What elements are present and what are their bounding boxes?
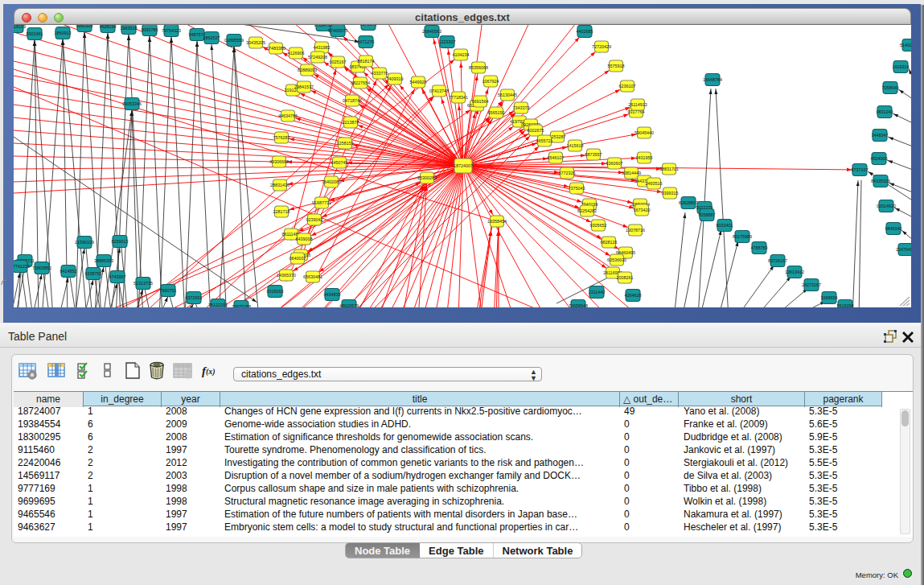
svg-text:07413748: 07413748 [429, 89, 449, 93]
svg-text:4431982: 4431982 [314, 45, 331, 50]
svg-text:7576283: 7576283 [273, 135, 290, 140]
svg-text:38831701: 38831701 [659, 167, 679, 171]
svg-text:93814449: 93814449 [622, 171, 641, 175]
svg-text:6338750: 6338750 [85, 271, 102, 276]
svg-text:38885393: 38885393 [94, 258, 113, 263]
svg-text:9960308: 9960308 [76, 25, 93, 28]
svg-text:4743957: 4743957 [109, 274, 126, 279]
svg-text:82254282: 82254282 [577, 208, 597, 213]
svg-text:77718341: 77718341 [449, 95, 468, 100]
svg-text:4402685: 4402685 [577, 29, 593, 34]
svg-text:9093786: 9093786 [142, 27, 158, 32]
svg-text:7375043: 7375043 [569, 186, 585, 191]
svg-text:1223307: 1223307 [439, 39, 456, 44]
svg-text:3448347: 3448347 [872, 133, 889, 138]
svg-text:1673420: 1673420 [634, 208, 651, 212]
svg-text:4333776: 4333776 [372, 71, 388, 76]
svg-text:0239042: 0239042 [306, 217, 323, 222]
svg-text:1258153: 1258153 [337, 141, 354, 146]
svg-text:49306668: 49306668 [269, 159, 289, 164]
svg-text:8818174: 8818174 [358, 59, 375, 64]
svg-text:6849340: 6849340 [885, 226, 902, 231]
svg-text:4126906: 4126906 [288, 51, 305, 56]
svg-text:04718746: 04718746 [343, 98, 362, 103]
svg-text:6360607: 6360607 [606, 161, 623, 166]
svg-text:97465075: 97465075 [328, 28, 347, 33]
svg-text:1993518: 1993518 [121, 26, 138, 31]
svg-text:7409319: 7409319 [387, 76, 404, 81]
svg-text:29841537: 29841537 [294, 84, 314, 89]
svg-text:25300283: 25300283 [417, 175, 437, 180]
svg-text:4628194: 4628194 [100, 25, 117, 29]
svg-text:4504000: 4504000 [871, 156, 888, 161]
svg-text:6236107: 6236107 [619, 84, 636, 89]
svg-text:6372651: 6372651 [186, 295, 203, 300]
svg-text:97114710: 97114710 [314, 25, 333, 27]
svg-text:2008261: 2008261 [617, 275, 634, 280]
svg-text:7058649: 7058649 [882, 85, 899, 90]
svg-text:0399315: 0399315 [662, 191, 679, 196]
svg-text:4655721: 4655721 [536, 138, 553, 143]
svg-text:60536630: 60536630 [607, 257, 626, 262]
svg-text:0831240: 0831240 [877, 109, 893, 114]
svg-text:2281718: 2281718 [273, 209, 290, 214]
svg-text:5449920: 5449920 [410, 80, 427, 84]
svg-text:18724007: 18724007 [454, 163, 473, 168]
svg-text:1067924: 1067924 [483, 79, 499, 84]
svg-text:72803852: 72803852 [32, 266, 51, 270]
svg-text:0018263: 0018263 [267, 289, 284, 294]
svg-text:59045440: 59045440 [634, 130, 654, 135]
svg-text:2213878: 2213878 [343, 120, 359, 125]
svg-text:19358454: 19358454 [487, 219, 507, 224]
svg-text:76402067: 76402067 [322, 179, 341, 184]
svg-text:5575918: 5575918 [608, 64, 625, 68]
svg-text:08227654: 08227654 [351, 80, 370, 85]
svg-text:3268656: 3268656 [821, 295, 838, 300]
svg-text:72720429: 72720429 [592, 44, 611, 49]
svg-text:1860913: 1860913 [55, 31, 72, 35]
svg-text:14365370: 14365370 [277, 273, 296, 278]
svg-text:16648784: 16648784 [703, 77, 722, 82]
svg-text:28831436: 28831436 [270, 183, 290, 187]
svg-text:01895559: 01895559 [224, 38, 244, 43]
svg-text:6546107: 6546107 [548, 155, 565, 160]
svg-text:13613412: 13613412 [785, 270, 804, 274]
svg-text:56130445: 56130445 [498, 93, 517, 97]
svg-text:26114913: 26114913 [628, 102, 647, 107]
svg-text:76122202: 76122202 [208, 303, 228, 307]
svg-text:4264628: 4264628 [625, 293, 642, 298]
svg-text:8301661: 8301661 [27, 31, 43, 36]
svg-text:77741215: 77741215 [14, 264, 30, 269]
svg-text:6691564: 6691564 [472, 99, 489, 104]
svg-text:6772326: 6772326 [559, 171, 576, 175]
svg-text:1311440: 1311440 [589, 290, 606, 295]
svg-text:8159013: 8159013 [112, 239, 129, 244]
svg-text:6828126: 6828126 [601, 240, 618, 245]
svg-text:85356068: 85356068 [469, 65, 488, 70]
svg-text:5515058: 5515058 [837, 303, 854, 307]
svg-text:82889093: 82889093 [298, 68, 317, 72]
svg-text:6450749: 6450749 [331, 160, 348, 165]
svg-text:0640037: 0640037 [290, 256, 306, 261]
svg-text:83726167: 83726167 [768, 258, 787, 263]
svg-text:82828807: 82828807 [679, 200, 698, 205]
svg-text:24273167: 24273167 [802, 282, 821, 287]
svg-text:51313735: 51313735 [133, 281, 153, 286]
svg-text:1415618: 1415618 [567, 143, 584, 148]
svg-text:8033401: 8033401 [717, 223, 733, 228]
svg-text:9170342: 9170342 [360, 25, 377, 27]
svg-text:65630481: 65630481 [303, 274, 322, 279]
svg-text:0434839: 0434839 [324, 292, 341, 297]
svg-text:9305652: 9305652 [590, 223, 607, 228]
svg-text:6439008: 6439008 [296, 237, 313, 241]
svg-text:1419314: 1419314 [893, 64, 910, 69]
svg-text:48620579: 48620579 [339, 303, 359, 307]
svg-text:5873557: 5873557 [585, 152, 602, 157]
svg-text:26018159: 26018159 [14, 25, 26, 29]
svg-text:8058887: 8058887 [699, 212, 716, 217]
svg-text:01687731: 01687731 [312, 200, 331, 205]
svg-text:7990751: 7990751 [160, 288, 177, 293]
svg-text:17483380: 17483380 [266, 46, 285, 51]
svg-text:(x): (x) [206, 367, 216, 377]
svg-text:0025167: 0025167 [330, 60, 347, 64]
